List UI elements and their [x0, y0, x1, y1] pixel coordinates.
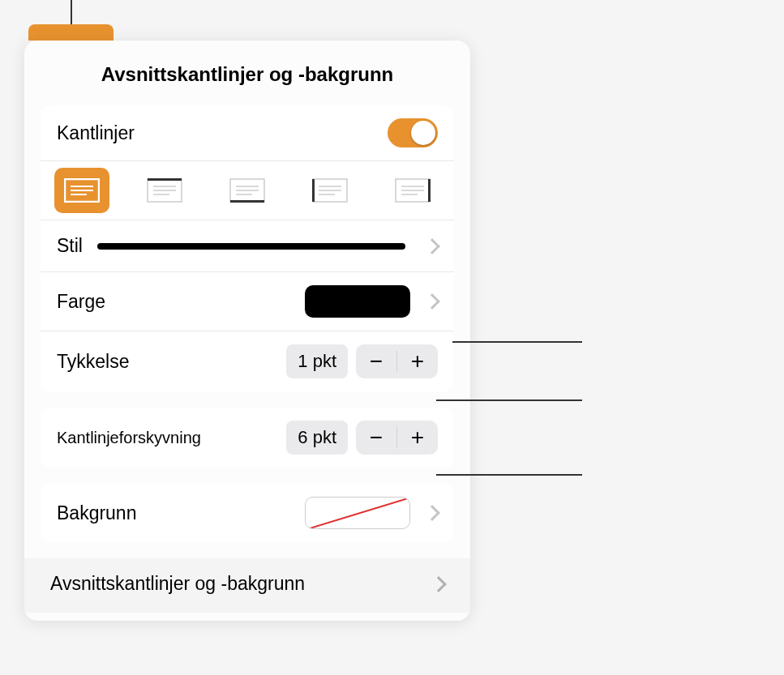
toggle-knob [411, 121, 435, 145]
background-section: Bakgrunn [41, 484, 454, 542]
footer-label: Avsnittskantlinjer og -bakgrunn [50, 573, 305, 595]
thickness-value[interactable]: 1 pkt [286, 344, 348, 378]
border-left-icon [312, 178, 348, 203]
callout-line [436, 399, 582, 401]
border-position-top[interactable] [137, 168, 192, 213]
border-top-icon [147, 178, 182, 203]
paragraph-borders-panel: Avsnittskantlinjer og -bakgrunn Kantlinj… [24, 41, 470, 621]
callout-line [452, 341, 582, 343]
offset-label: Kantlinjeforskyvning [57, 429, 201, 447]
footer-link-row[interactable]: Avsnittskantlinjer og -bakgrunn [24, 558, 470, 613]
color-label: Farge [57, 291, 105, 313]
borders-toggle[interactable] [388, 118, 438, 147]
callout-line [436, 474, 582, 476]
offset-value[interactable]: 6 pkt [286, 421, 348, 455]
offset-section: Kantlinjeforskyvning 6 pkt − + [41, 408, 454, 468]
chevron-right-icon [424, 505, 440, 521]
borders-toggle-row: Kantlinjer [41, 105, 454, 161]
offset-increase-button[interactable]: + [397, 421, 438, 455]
thickness-label: Tykkelse [57, 351, 129, 373]
thickness-stepper: − + [356, 344, 438, 378]
borders-section: Kantlinjer [41, 105, 454, 391]
chevron-right-icon [424, 293, 440, 310]
border-position-right[interactable] [385, 168, 440, 213]
style-label: Stil [57, 235, 83, 257]
background-row[interactable]: Bakgrunn [41, 484, 454, 542]
chevron-right-icon [424, 238, 440, 254]
background-swatch-none [305, 497, 410, 529]
border-all-icon [64, 178, 100, 203]
panel-title: Avsnittskantlinjer og -bakgrunn [24, 41, 470, 105]
background-label: Bakgrunn [57, 502, 136, 524]
border-position-bottom[interactable] [220, 168, 275, 213]
border-position-all[interactable] [54, 168, 109, 213]
chevron-right-icon [431, 576, 447, 592]
offset-stepper: − + [356, 421, 438, 455]
thickness-decrease-button[interactable]: − [356, 344, 396, 378]
tab-indicator [28, 24, 114, 41]
border-position-row [41, 161, 454, 220]
border-position-left[interactable] [302, 168, 358, 213]
style-row[interactable]: Stil [41, 220, 454, 272]
thickness-row: Tykkelse 1 pkt − + [41, 331, 454, 391]
color-swatch [305, 285, 410, 318]
color-row[interactable]: Farge [41, 272, 454, 331]
borders-heading: Kantlinjer [57, 122, 135, 144]
style-preview [97, 243, 405, 250]
offset-decrease-button[interactable]: − [356, 421, 396, 455]
thickness-increase-button[interactable]: + [397, 344, 438, 378]
border-bottom-icon [229, 178, 265, 203]
border-right-icon [395, 178, 431, 203]
offset-row: Kantlinjeforskyvning 6 pkt − + [41, 408, 454, 468]
